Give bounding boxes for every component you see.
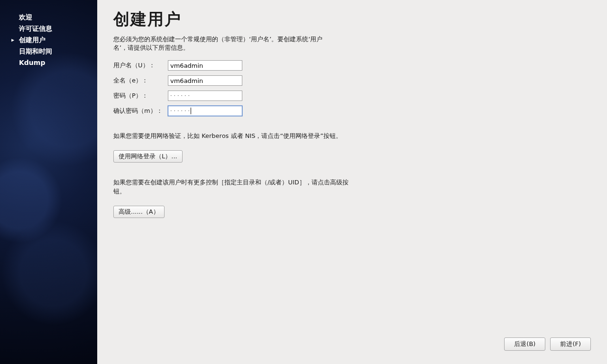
sidebar: 欢迎 许可证信息 创建用户 日期和时间 Kdump xyxy=(0,0,97,364)
sidebar-item-license[interactable]: 许可证信息 xyxy=(0,23,97,34)
forward-button[interactable]: 前进(F) xyxy=(550,337,591,351)
label-fullname: 全名（e）： xyxy=(113,76,168,85)
input-confirm-password[interactable]: ······ xyxy=(168,106,242,116)
row-username: 用户名（U）： xyxy=(113,60,588,71)
row-confirm-password: 确认密码（m）： ······ xyxy=(113,106,588,116)
page-intro: 您必须为您的系统创建一个常规使用的（非管理）‘用户名’。要创建系统‘用户名’，请… xyxy=(113,35,336,52)
input-fullname[interactable] xyxy=(168,75,242,86)
network-login-note: 如果您需要使用网络验证，比如 Kerberos 或者 NIS，请点击“使用网络登… xyxy=(113,131,360,141)
sidebar-item-date-time[interactable]: 日期和时间 xyxy=(0,46,97,57)
sidebar-item-welcome[interactable]: 欢迎 xyxy=(0,11,97,23)
input-username[interactable] xyxy=(168,60,242,71)
sidebar-item-create-user[interactable]: 创建用户 xyxy=(0,34,97,46)
advanced-note: 如果您需要在创建该用户时有更多控制［指定主目录和（/或者）UID］，请点击高级按… xyxy=(113,178,360,196)
network-login-button[interactable]: 使用网络登录（L）... xyxy=(113,150,183,163)
text-cursor-icon xyxy=(191,108,191,114)
sidebar-item-kdump[interactable]: Kdump xyxy=(0,57,97,68)
back-button[interactable]: 后退(B) xyxy=(504,337,545,351)
footer-buttons: 后退(B) 前进(F) xyxy=(504,337,591,351)
advanced-button[interactable]: 高级......（A） xyxy=(113,206,165,218)
input-password[interactable]: ······ xyxy=(168,91,242,101)
main-content: 创建用户 您必须为您的系统创建一个常规使用的（非管理）‘用户名’。要创建系统‘用… xyxy=(97,0,607,364)
page-title: 创建用户 xyxy=(113,9,588,30)
row-password: 密码（P）： ······ xyxy=(113,91,588,101)
label-confirm-password: 确认密码（m）： xyxy=(113,107,168,115)
label-password: 密码（P）： xyxy=(113,91,168,100)
label-username: 用户名（U）： xyxy=(113,61,168,70)
row-fullname: 全名（e）： xyxy=(113,75,588,86)
